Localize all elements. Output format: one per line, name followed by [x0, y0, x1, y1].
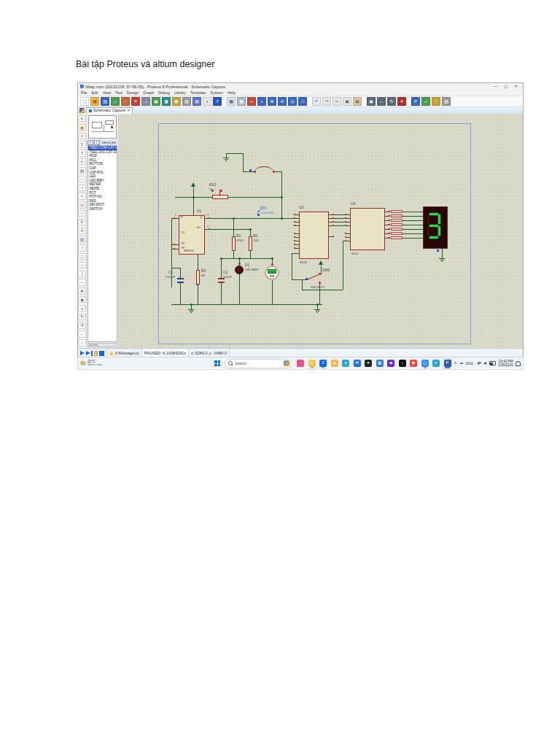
message-count[interactable]: 3 Message(s) — [115, 351, 139, 355]
2d-symbol-icon[interactable]: ◆ — [78, 296, 86, 303]
run-simulation-button[interactable] — [80, 351, 85, 355]
block-rotate-icon[interactable]: ↻ — [387, 97, 396, 106]
help-icon[interactable]: ? — [213, 97, 222, 106]
resistor-r1[interactable] — [232, 236, 236, 251]
respack-resistor[interactable] — [391, 210, 402, 213]
taskbar-tiktok-icon[interactable]: ♪ — [398, 358, 407, 368]
pause-simulation-button[interactable] — [94, 351, 98, 356]
search-highlight-thumbnail[interactable] — [284, 360, 289, 366]
wifi-icon[interactable] — [476, 362, 481, 365]
menu-help[interactable]: Help — [228, 90, 236, 95]
2d-arc-icon[interactable]: ( — [78, 271, 86, 277]
taskbar-zoom-icon[interactable]: ▢ — [421, 358, 429, 368]
volume-icon[interactable] — [483, 362, 486, 365]
mirror-vertical-icon[interactable]: ↕ — [78, 339, 86, 346]
device-list-item[interactable]: SWITCH — [88, 207, 117, 212]
make-device-icon[interactable]: + — [421, 97, 430, 106]
zoom-area-icon[interactable]: □ — [298, 97, 307, 106]
import-project-icon[interactable]: ↓ — [111, 97, 120, 106]
zoom-in-icon[interactable]: ⊕ — [268, 97, 276, 106]
generator-mode-icon[interactable]: ⊙ — [78, 210, 86, 217]
potentiometer-rv2[interactable] — [212, 195, 228, 199]
zoom-all-icon[interactable]: ◎ — [288, 97, 297, 106]
block-copy-icon[interactable]: ▣ — [367, 97, 376, 106]
menu-graph[interactable]: Graph — [143, 90, 154, 95]
device-list-item[interactable]: 7SEG-COM-CAT-G — [88, 146, 117, 150]
menu-view[interactable]: View — [103, 90, 111, 95]
rotate-clockwise-icon[interactable]: ↻ — [78, 314, 86, 320]
taskbar-paint-icon[interactable] — [296, 358, 305, 368]
device-list-scrollbar[interactable] — [88, 343, 117, 347]
scrollbar-thumb[interactable] — [89, 344, 98, 347]
cut-icon[interactable]: ✂ — [332, 97, 341, 106]
block-delete-icon[interactable]: ✕ — [397, 97, 406, 106]
taskbar-edge-icon[interactable]: e — [341, 358, 350, 368]
taskbar-store-icon[interactable]: ▦ — [376, 358, 384, 368]
packaging-tool-icon[interactable]: ▫ — [432, 97, 440, 106]
respack-resistor[interactable] — [391, 232, 402, 235]
start-button[interactable] — [214, 360, 220, 366]
2d-text-icon[interactable]: A — [78, 287, 86, 294]
menu-template[interactable]: Template — [190, 90, 206, 95]
graph-mode-icon[interactable]: ≈ — [78, 193, 86, 199]
ic-body-u3[interactable] — [350, 208, 385, 250]
notification-bell-icon[interactable] — [516, 361, 521, 366]
taskbar-photos-icon[interactable]: ◉ — [409, 358, 418, 368]
new-project-icon[interactable]: ▢ — [80, 97, 89, 106]
menu-design[interactable]: Design — [127, 90, 139, 95]
menu-file[interactable]: File — [81, 90, 88, 95]
menu-tool[interactable]: Tool — [115, 90, 122, 95]
schematic-overview-preview[interactable] — [88, 115, 117, 139]
taskbar-search[interactable]: Search — [225, 359, 292, 368]
undo-icon[interactable]: ↶ — [312, 97, 321, 106]
design-explorer-icon[interactable]: ▤ — [192, 97, 201, 106]
new-sheet-icon[interactable]: + — [203, 97, 211, 106]
open-project-icon[interactable]: ▦ — [90, 97, 99, 106]
menu-debug[interactable]: Debug — [158, 90, 170, 95]
voltage-probe-icon[interactable]: V — [78, 219, 86, 225]
application-home-icon[interactable] — [79, 108, 85, 113]
taskbar-github-icon[interactable]: ● — [364, 358, 373, 368]
taskbar-proteus-icon[interactable]: P — [443, 358, 452, 368]
marker-mode-icon[interactable]: + — [78, 305, 86, 311]
respack-resistor[interactable] — [391, 219, 402, 222]
taskbar-zalo-icon[interactable]: Z — [319, 358, 327, 368]
taskbar-gamepass-icon[interactable]: ◆ — [386, 358, 395, 368]
tape-recorder-icon[interactable]: ◎ — [78, 201, 86, 208]
current-probe-icon[interactable]: A — [78, 228, 86, 234]
grid-toggle-icon[interactable]: ▦ — [237, 97, 246, 106]
terminals-icon[interactable]: → — [78, 176, 86, 182]
save-project-icon[interactable]: ▥ — [101, 97, 109, 106]
export-project-icon[interactable]: ↑ — [121, 97, 130, 106]
close-button[interactable]: ✕ — [514, 85, 518, 89]
schematic-canvas[interactable]: U1NE555U24518U34511RCVTRTHQDC42637RV21kR… — [119, 114, 523, 348]
maximize-button[interactable]: ▢ — [504, 85, 508, 89]
respack-resistor[interactable] — [391, 228, 402, 231]
minimize-button[interactable]: — — [494, 85, 498, 89]
tab-schematic-capture[interactable]: Schematic Capture ✕ — [86, 107, 133, 114]
pcb-layout-icon[interactable]: ▩ — [162, 97, 171, 106]
taskbar-mail-icon[interactable]: ✉ — [353, 358, 362, 368]
mirror-horizontal-icon[interactable]: ↔ — [78, 330, 86, 337]
junction-dot-icon[interactable]: + — [78, 133, 86, 139]
taskbar-folder-icon[interactable]: ▰ — [330, 358, 339, 368]
menu-system[interactable]: System — [210, 90, 223, 95]
tab-close-icon[interactable]: ✕ — [127, 109, 130, 112]
led-d1[interactable] — [235, 266, 244, 274]
onedrive-icon[interactable]: ☁ — [459, 361, 464, 365]
language-indicator[interactable]: ENG — [466, 362, 473, 365]
menu-edit[interactable]: Edit — [92, 90, 98, 95]
redo-icon[interactable]: ↷ — [322, 97, 331, 106]
pick-parts-icon[interactable]: P — [411, 97, 420, 106]
pan-icon[interactable]: + — [257, 97, 266, 106]
instruments-icon[interactable]: ▥ — [78, 236, 86, 242]
gerber-viewer-icon[interactable]: ▧ — [182, 97, 191, 106]
3d-visualizer-icon[interactable]: ◼ — [172, 97, 181, 106]
paste-icon[interactable]: ▤ — [353, 97, 362, 106]
2d-box-icon[interactable]: □ — [78, 253, 86, 260]
rotate-anticlockwise-icon[interactable]: ↺ — [78, 322, 86, 329]
decompose-icon[interactable]: ▨ — [442, 97, 451, 106]
tray-clock[interactable]: 10:42 PM 1/25/2024 — [498, 360, 513, 368]
battery-icon[interactable] — [489, 361, 496, 365]
wire-label-icon[interactable]: ≡ — [78, 141, 86, 147]
